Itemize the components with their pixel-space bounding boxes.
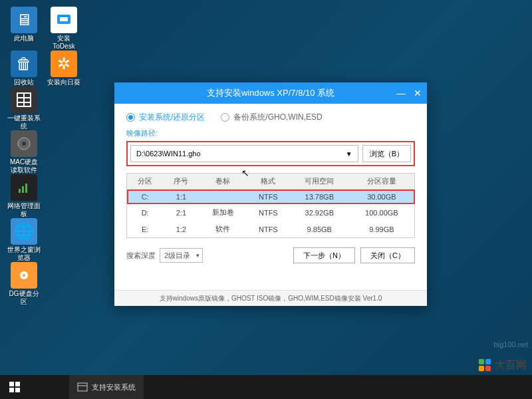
dialog-titlebar[interactable]: 支持安装windows XP/7/8/10 系统 — ✕: [114, 82, 427, 104]
minimize-icon[interactable]: —: [396, 88, 406, 98]
cell-free: 13.78GB: [290, 190, 349, 205]
path-row-highlight: D:\0623\WIN11.gho ▼ 浏览（B）: [126, 141, 415, 166]
image-path-dropdown[interactable]: D:\0623\WIN11.gho ▼: [130, 145, 358, 162]
taskbar-item-installer[interactable]: 支持安装系统: [69, 375, 144, 399]
col-seq: 序号: [163, 174, 199, 190]
start-button[interactable]: [0, 375, 29, 399]
svg-point-7: [22, 142, 26, 146]
icon-label: 安装向日葵: [47, 78, 80, 86]
col-free: 可用空间: [290, 174, 349, 190]
next-button[interactable]: 下一步（N）: [293, 247, 355, 263]
dg-icon: [11, 262, 37, 289]
table-row[interactable]: C:1:1NTFS13.78GB30.00GB: [127, 190, 415, 205]
path-label: 映像路径:: [126, 128, 415, 138]
svg-rect-20: [9, 388, 14, 392]
app-icon: [77, 382, 88, 392]
reinstall-icon: [11, 86, 37, 113]
desktop-icon-sunflower[interactable]: ✲ 安装向日葵: [47, 51, 81, 86]
depth-value: 2级目录: [164, 251, 190, 261]
disk-table: 分区 序号 卷标 格式 可用空间 分区容量 C:1:1NTFS13.78GB30…: [126, 173, 415, 238]
taskbar: 支持安装系统: [0, 375, 532, 399]
close-icon[interactable]: ✕: [414, 88, 422, 98]
taskbar-item-label: 支持安装系统: [92, 382, 136, 392]
radio-label: 安装系统/还原分区: [139, 112, 205, 123]
depth-label: 搜索深度: [126, 251, 156, 261]
svg-rect-8: [19, 189, 21, 193]
mac-icon: [11, 130, 37, 157]
svg-point-13: [23, 274, 25, 277]
svg-rect-21: [15, 388, 20, 392]
table-row[interactable]: D:2:1新加卷NTFS32.92GB100.00GB: [127, 204, 415, 221]
desktop-icon-recycle[interactable]: 🗑 回收站: [7, 51, 41, 86]
cell-vol: 软件: [199, 221, 247, 238]
cell-free: 9.85GB: [290, 221, 349, 238]
desktop-icon-pc[interactable]: 🖥 此电脑: [7, 7, 41, 51]
col-fmt: 格式: [247, 174, 290, 190]
cell-fmt: NTFS: [247, 204, 290, 221]
browse-button[interactable]: 浏览（B）: [362, 145, 411, 162]
pc-icon: 🖥: [11, 7, 37, 33]
icon-label: 回收站: [14, 78, 34, 86]
icon-label: 世界之窗浏览器: [7, 246, 41, 262]
col-part: 分区: [127, 174, 164, 190]
cell-vol: 新加卷: [199, 204, 247, 221]
svg-rect-9: [22, 186, 24, 193]
cell-cap: 30.00GB: [349, 190, 415, 205]
brand-logo-icon: [477, 358, 492, 372]
radio-icon: [221, 113, 229, 122]
radio-icon: [126, 113, 135, 122]
desktop-icon-browser[interactable]: 🌐 世界之窗浏览器: [7, 218, 41, 262]
table-row[interactable]: E:1:2软件NTFS9.85GB9.99GB: [127, 221, 415, 238]
desktop-icon-mac[interactable]: MAC硬盘读取软件: [7, 130, 41, 174]
svg-rect-10: [25, 184, 27, 193]
cell-cap: 100.00GB: [349, 204, 415, 221]
svg-rect-14: [479, 359, 484, 364]
todesk-icon: [51, 7, 77, 33]
radio-label: 备份系统/GHO,WIN,ESD: [233, 112, 322, 123]
icon-label: MAC硬盘读取软件: [7, 158, 41, 174]
desktop-icon-dg[interactable]: DG硬盘分区: [7, 262, 41, 306]
cell-seq: 1:2: [163, 221, 199, 238]
path-value: D:\0623\WIN11.gho: [136, 150, 201, 158]
watermark-url: big100.net: [494, 340, 528, 348]
svg-rect-15: [485, 359, 491, 364]
col-vol: 卷标: [199, 174, 247, 190]
svg-rect-16: [479, 366, 484, 371]
svg-rect-1: [60, 17, 68, 21]
svg-rect-18: [9, 382, 14, 386]
radio-backup[interactable]: 备份系统/GHO,WIN,ESD: [221, 112, 322, 123]
cell-cap: 9.99GB: [349, 221, 415, 238]
cell-seq: 2:1: [163, 204, 199, 221]
svg-rect-19: [15, 382, 20, 386]
icon-label: 安装ToDesk: [47, 35, 81, 51]
cell-vol: [199, 190, 247, 205]
cell-fmt: NTFS: [247, 190, 290, 205]
desktop-icon-todesk[interactable]: 安装ToDesk: [47, 7, 81, 51]
svg-rect-17: [485, 366, 491, 371]
col-cap: 分区容量: [349, 174, 415, 190]
cell-part: E:: [127, 221, 164, 238]
radio-install[interactable]: 安装系统/还原分区: [126, 112, 205, 123]
cell-part: D:: [127, 204, 164, 221]
svg-rect-22: [78, 383, 87, 391]
icon-label: 此电脑: [14, 35, 34, 43]
network-icon: [11, 174, 37, 201]
desktop-icon-reinstall[interactable]: 一键重装系统: [7, 86, 41, 130]
cell-fmt: NTFS: [247, 221, 290, 238]
desktop-icons: 🖥 此电脑 安装ToDesk 🗑 回收站 ✲ 安装向日葵 一键重装系统 MAC硬…: [7, 7, 81, 306]
desktop-icon-network[interactable]: 网络管理面板: [7, 174, 41, 218]
icon-label: DG硬盘分区: [7, 290, 41, 306]
recycle-icon: 🗑: [11, 51, 37, 77]
depth-select[interactable]: 2级目录: [160, 248, 203, 263]
install-dialog: 支持安装windows XP/7/8/10 系统 — ✕ 安装系统/还原分区 备…: [114, 82, 427, 306]
close-button[interactable]: 关闭（C）: [360, 247, 415, 263]
cell-seq: 1:1: [163, 190, 199, 205]
watermark-brand: 大百网: [477, 358, 527, 372]
cell-part: C:: [127, 190, 164, 205]
brand-text: 大百网: [495, 358, 527, 372]
dialog-footer: 支持windows原版镜像，GHOST ISO镜像，GHO,WIM,ESD镜像安…: [114, 290, 427, 306]
chevron-down-icon: ▼: [346, 150, 352, 158]
icon-label: 网络管理面板: [7, 202, 41, 218]
sunflower-icon: ✲: [51, 51, 77, 77]
browser-icon: 🌐: [11, 218, 37, 245]
